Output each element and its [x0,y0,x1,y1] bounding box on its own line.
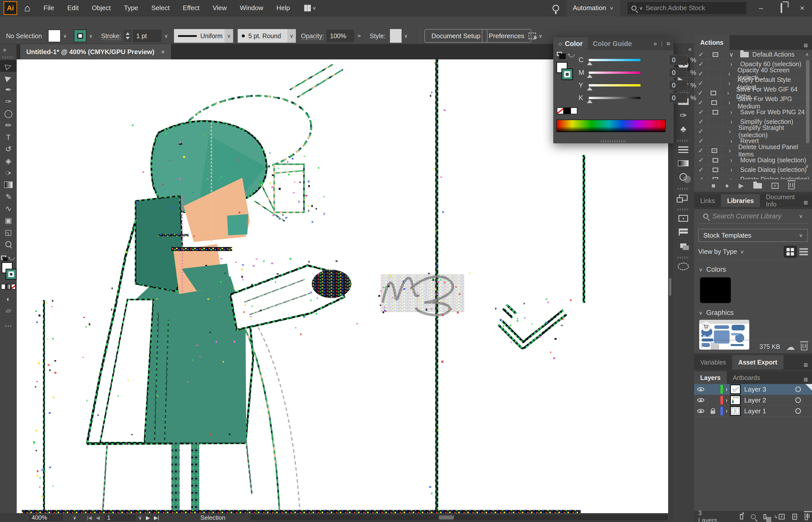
tools-grip[interactable] [2,56,14,58]
slider-thumb[interactable] [587,87,593,91]
check-icon[interactable]: ✓ [694,50,708,59]
pen-tool[interactable]: ✒ [0,84,17,96]
locate-object-icon[interactable] [751,514,756,519]
none-button[interactable] [11,284,16,289]
layer-row-2[interactable]: › Layer 2 [694,395,812,406]
panel-menu-icon[interactable]: ≡ [804,41,812,50]
library-collection-dropdown[interactable]: Stock Templates ∨ [698,229,808,242]
align-panel-icon[interactable] [676,226,690,238]
action-row[interactable]: ✓−›Delete Unused Panel Items [694,146,812,156]
stroke-color-proxy[interactable] [5,269,17,280]
dock-grip[interactable] [677,257,689,259]
actions-scrollbar[interactable]: ∧∨ [805,50,812,179]
eyedropper-tool[interactable]: ✐ [0,190,17,202]
collect-for-export-icon[interactable] [740,514,743,520]
expand-panel-icon[interactable]: » [653,40,657,47]
channel-value[interactable]: 0 [669,80,687,90]
tab-color-guide[interactable]: Color Guide [588,37,637,50]
visibility-toggle[interactable] [694,406,707,416]
expand-layer-icon[interactable]: › [726,386,728,393]
layer-thumbnail[interactable] [730,384,741,394]
previous-artboard-icon[interactable]: ◀ [94,515,102,521]
mini-fill-stroke-icon[interactable] [1,256,6,260]
cloud-sync-icon[interactable]: ☁ [786,342,795,352]
tab-document-info[interactable]: Document Info [760,194,804,207]
new-sublayer-icon[interactable]: ↳+ [774,514,785,520]
channel-value[interactable]: 0 [669,55,687,65]
color-button[interactable] [1,284,5,289]
opacity-label[interactable]: Opacity: [301,32,324,40]
arrange-documents-button[interactable]: ∨ [304,5,316,12]
panel-menu-icon[interactable]: ≡ [804,361,812,369]
document-tab[interactable]: Untitled-1* @ 400% (CMYK/GPU Preview) × [20,44,171,59]
paintbrush-tool[interactable]: ✏ [0,119,17,131]
colors-section-header[interactable]: Colors [706,266,726,274]
dock-grip[interactable] [677,208,689,210]
new-group-icon[interactable] [711,344,719,349]
menu-file[interactable]: File [37,0,61,16]
delete-icon[interactable] [801,343,808,350]
view-by-type-dropdown[interactable]: View by Type [698,248,737,256]
zoom-tool[interactable] [0,238,17,250]
layer-thumbnail[interactable] [730,406,741,416]
stroke-panel-icon[interactable] [676,143,690,156]
magenta-slider[interactable] [589,72,640,74]
workspace-switcher[interactable]: Automation ∨ [567,0,620,16]
stroke-weight-stepper[interactable] [123,29,132,43]
artboards-panel-icon[interactable] [676,212,690,225]
drawing-mode-behind[interactable]: ▱ [0,305,17,317]
layer-row-3[interactable]: › Layer 3 [694,384,812,395]
layer-row-1[interactable]: › Layer 1 [694,406,812,417]
action-row[interactable]: ✓›Save For Web JPG Medium [694,98,812,107]
transparency-panel-icon[interactable] [676,170,690,183]
channel-value[interactable]: 0 [669,67,687,78]
curvature-tool[interactable]: ✑ [0,96,17,107]
target-circle-icon[interactable] [795,408,801,414]
gradient-button[interactable] [6,284,11,289]
gradient-tool[interactable] [0,179,17,190]
visibility-toggle[interactable] [694,395,707,405]
shaper-tool[interactable]: ◌➤ [0,167,17,179]
artboard-number-field[interactable]: 1 ∨ [104,514,144,522]
menu-help[interactable]: Help [270,0,296,16]
shape-builder-tool[interactable]: ▣ [0,214,17,226]
chevron-down-icon[interactable]: ∨ [699,310,703,316]
ellipse-tool[interactable]: ◯ [0,107,17,119]
play-icon[interactable]: ▶ [739,182,744,189]
menu-view[interactable]: View [206,0,233,16]
opacity-field[interactable]: 100% ∨ [326,29,363,43]
collapse-dock-icon[interactable]: « [688,46,692,53]
tab-actions[interactable]: Actions [694,35,730,50]
menu-select[interactable]: Select [145,0,176,16]
minimize-button[interactable]: – [754,4,768,13]
layer-name[interactable]: Layer 3 [744,385,766,393]
graphics-section-header[interactable]: Graphics [706,309,734,317]
brush-definition-dropdown[interactable]: 5 pt. Round ∨ [238,29,296,43]
make-mask-icon[interactable] [764,514,766,519]
chevron-down-icon[interactable]: ∨ [722,51,740,58]
expand-layer-icon[interactable]: › [726,397,728,404]
stock-search-field[interactable]: ∨ Search Adobe Stock [628,2,746,14]
color-spectrum-bar[interactable] [556,120,666,132]
record-icon[interactable]: ● [725,182,729,189]
stroke-proxy[interactable] [561,68,573,80]
restore-button[interactable] [776,4,787,13]
stroke-weight-dropdown[interactable]: 1 pt∨ [133,29,171,43]
dialog-toggle[interactable]: − [708,50,722,59]
tab-variables[interactable]: Variables [694,355,732,369]
stroke-color-dropdown[interactable]: ∨ [74,29,95,43]
zoom-level-field[interactable]: 400% [28,514,64,522]
new-action-icon[interactable]: + [772,183,779,189]
white-swatch[interactable] [571,107,577,114]
mini-fill-stroke-icon[interactable] [557,52,562,56]
pathfinder-panel-icon[interactable] [676,239,690,252]
yellow-slider[interactable] [589,84,640,86]
width-profile-dropdown[interactable]: Uniform ∨ [174,29,233,43]
action-set-row[interactable]: ✓ − ∨ Default Actions [694,50,812,59]
action-row[interactable]: ✓›Move Dialog (selection) [694,156,812,165]
action-row[interactable]: ✓›Rotate Dialog (selection) [694,175,812,179]
close-button[interactable]: × [795,4,810,13]
new-set-icon[interactable] [753,183,762,188]
new-layer-icon[interactable]: + [792,514,797,520]
width-tool[interactable]: ∿ [0,202,17,214]
